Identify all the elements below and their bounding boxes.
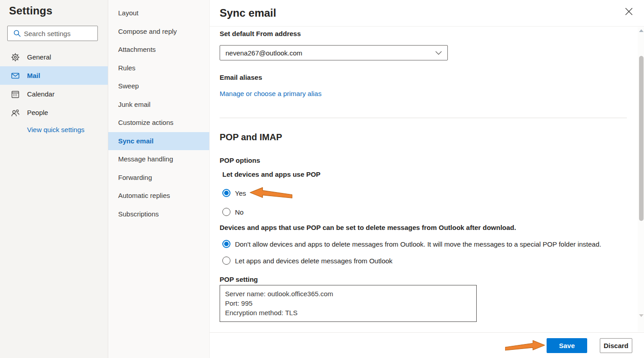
radio-selected-icon xyxy=(222,189,230,197)
mail-categories-sidebar: Layout Compose and reply Attachments Rul… xyxy=(108,0,210,358)
sidebar-item-label: People xyxy=(27,109,48,116)
save-button[interactable]: Save xyxy=(547,338,587,353)
search-box[interactable] xyxy=(7,26,98,41)
settings-nav: General Mail xyxy=(0,48,108,122)
radio-unselected-icon xyxy=(222,208,230,216)
category-item-subscriptions[interactable]: Subscriptions xyxy=(108,205,209,224)
view-quick-settings-link[interactable]: View quick settings xyxy=(27,126,108,133)
category-item-sweep[interactable]: Sweep xyxy=(108,77,209,96)
pop-delete-label: Devices and apps that use POP can be set… xyxy=(220,224,627,231)
email-aliases-label: Email aliases xyxy=(220,73,627,81)
pop-options-label: POP options xyxy=(220,156,627,164)
sidebar-item-calendar[interactable]: Calendar xyxy=(0,85,108,103)
settings-dialog: Settings General xyxy=(0,0,644,358)
allow-delete-label: Let apps and devices delete messages fro… xyxy=(235,257,392,265)
scrollbar[interactable] xyxy=(638,27,644,332)
sync-email-panel: Sync email Set default From address neve… xyxy=(210,0,644,358)
pop-yes-option[interactable]: Yes xyxy=(222,187,627,199)
people-icon xyxy=(11,108,20,117)
panel-header: Sync email xyxy=(210,0,644,27)
close-icon xyxy=(625,8,633,15)
discard-button[interactable]: Discard xyxy=(600,338,632,353)
panel-footer: Save Discard xyxy=(210,332,644,358)
pop-port: Port: 995 xyxy=(225,298,471,308)
category-item-layout[interactable]: Layout xyxy=(108,4,209,23)
sidebar-item-people[interactable]: People xyxy=(0,103,108,122)
use-pop-label: Let devices and apps use POP xyxy=(222,170,627,178)
sidebar-item-mail[interactable]: Mail xyxy=(0,66,108,85)
pop-setting-label: POP setting xyxy=(220,275,627,283)
pop-encryption: Encryption method: TLS xyxy=(225,308,471,317)
pop-server-name: Server name: outlook.office365.com xyxy=(225,289,471,298)
section-divider xyxy=(220,118,627,118)
search-input[interactable] xyxy=(24,30,94,37)
category-item-sync-email[interactable]: Sync email xyxy=(108,132,209,151)
scrollbar-down-arrow-icon[interactable] xyxy=(638,312,644,319)
category-item-message-handling[interactable]: Message handling xyxy=(108,150,209,169)
sidebar-item-general[interactable]: General xyxy=(0,48,108,66)
scrollbar-up-arrow-icon[interactable] xyxy=(638,27,644,34)
dont-allow-delete-label: Don't allow devices and apps to delete m… xyxy=(235,240,601,248)
pop-no-label: No xyxy=(235,208,244,216)
sidebar-item-label: General xyxy=(27,53,51,61)
allow-delete-option[interactable]: Let apps and devices delete messages fro… xyxy=(222,257,627,265)
category-item-attachments[interactable]: Attachments xyxy=(108,41,209,59)
from-address-value: nevena267@outlook.com xyxy=(225,49,302,57)
mail-icon xyxy=(11,71,20,80)
sidebar-item-label: Calendar xyxy=(27,90,55,98)
from-address-dropdown[interactable]: nevena267@outlook.com xyxy=(220,45,448,60)
category-item-rules[interactable]: Rules xyxy=(108,59,209,78)
scrollbar-thumb[interactable] xyxy=(639,56,644,221)
from-address-label: Set default From address xyxy=(220,30,627,37)
dont-allow-delete-option[interactable]: Don't allow devices and apps to delete m… xyxy=(222,240,627,248)
annotation-arrow-save xyxy=(505,340,545,352)
category-item-junk-email[interactable]: Junk email xyxy=(108,96,209,114)
panel-content: Set default From address nevena267@outlo… xyxy=(210,30,644,322)
gear-icon xyxy=(11,53,20,62)
radio-unselected-icon xyxy=(222,257,230,265)
category-item-forwarding[interactable]: Forwarding xyxy=(108,169,209,187)
panel-title: Sync email xyxy=(220,7,276,19)
search-icon xyxy=(13,29,21,37)
category-item-customize-actions[interactable]: Customize actions xyxy=(108,114,209,132)
annotation-arrow-yes xyxy=(249,187,293,199)
category-item-automatic-replies[interactable]: Automatic replies xyxy=(108,187,209,205)
settings-title: Settings xyxy=(0,0,108,17)
pop-no-option[interactable]: No xyxy=(222,208,627,216)
pop-setting-box: Server name: outlook.office365.com Port:… xyxy=(220,285,477,322)
calendar-icon xyxy=(11,90,20,99)
settings-sidebar: Settings General xyxy=(0,0,108,358)
radio-selected-icon xyxy=(222,240,230,248)
pop-imap-heading: POP and IMAP xyxy=(220,132,627,142)
category-item-compose-and-reply[interactable]: Compose and reply xyxy=(108,23,209,41)
pop-yes-label: Yes xyxy=(235,189,246,197)
manage-alias-link[interactable]: Manage or choose a primary alias xyxy=(220,90,322,97)
chevron-down-icon xyxy=(435,51,442,55)
sidebar-item-label: Mail xyxy=(27,72,40,79)
close-button[interactable] xyxy=(623,6,634,17)
